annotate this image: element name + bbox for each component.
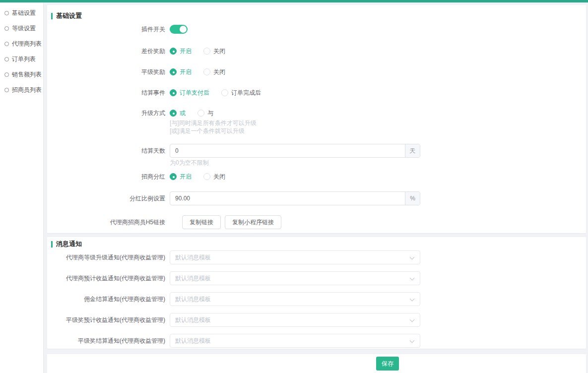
chevron-down-icon [410, 338, 415, 343]
copy-miniprogram-link-button[interactable]: 复制小程序链接 [225, 215, 281, 229]
radio-icon [170, 173, 177, 180]
field-label: 平级奖结算通知(代理商收益管理) [47, 337, 165, 345]
field-settle-days: 结算天数 天 [47, 144, 586, 158]
field-label: 分红比例设置 [47, 194, 165, 203]
circle-icon [4, 11, 9, 15]
section-title-text: 基础设置 [56, 11, 82, 20]
section-title-text: 消息通知 [56, 240, 82, 249]
radio-dividend-off[interactable]: 关闭 [203, 173, 225, 181]
sidebar-item-label: 基础设置 [12, 9, 36, 17]
field-notice-commission-settle: 佣金结算通知(代理商收益管理) 默认消息模板 [47, 292, 586, 306]
top-accent-bar [0, 0, 588, 2]
select-placeholder: 默认消息模板 [175, 274, 211, 283]
field-label: 差价奖励 [47, 47, 165, 56]
radio-icon [170, 89, 177, 96]
radio-icon [170, 68, 177, 75]
field-label: 代理商等级升级通知(代理商收益管理) [47, 253, 165, 262]
radio-label: 开启 [180, 47, 192, 56]
radio-label: 订单支付后 [180, 89, 209, 97]
upgrade-mode-help: [与]同时满足所有条件才可以升级 [或]满足一个条件就可以升级 [170, 119, 586, 135]
field-dividend-ratio: 分红比例设置 % [47, 191, 586, 205]
radio-icon [203, 48, 210, 55]
sidebar-item-order-list[interactable]: 订单列表 [0, 52, 43, 67]
chevron-down-icon [410, 297, 415, 302]
radio-label: 关闭 [213, 68, 225, 76]
sidebar-item-basic-settings[interactable]: 基础设置 [0, 5, 43, 21]
field-label: 平级奖励 [47, 68, 165, 76]
sidebar-item-agent-list[interactable]: 代理商列表 [0, 36, 43, 52]
radio-label: 开启 [180, 173, 192, 181]
help-text: [或]满足一个条件就可以升级 [170, 127, 586, 135]
percent-suffix: % [405, 192, 420, 205]
notice-commission-settle-select[interactable]: 默认消息模板 [170, 292, 420, 306]
field-peer-reward: 平级奖励 开启 关闭 [47, 68, 586, 75]
field-label: 结算事件 [47, 89, 165, 97]
select-placeholder: 默认消息模板 [175, 316, 211, 324]
save-button[interactable]: 保存 [376, 357, 399, 371]
radio-dividend-on[interactable]: 开启 [170, 173, 192, 181]
basic-settings-panel: 基础设置 插件开关 差价奖励 开启 关闭 平级奖励 [47, 5, 586, 233]
radio-label: 订单完成后 [231, 89, 261, 97]
field-label: 升级方式 [47, 109, 165, 118]
field-notice-peer-settle: 平级奖结算通知(代理商收益管理) 默认消息模板 [47, 334, 586, 348]
radio-upgrade-or[interactable]: 或 [170, 109, 186, 118]
radio-settle-after-pay[interactable]: 订单支付后 [170, 89, 209, 97]
radio-diff-reward-off[interactable]: 关闭 [203, 47, 225, 56]
help-text: [与]同时满足所有条件才可以升级 [170, 119, 586, 127]
settle-days-help: 为0为空不限制 [170, 160, 586, 166]
circle-icon [4, 57, 9, 62]
radio-label: 或 [180, 109, 186, 118]
circle-icon [4, 72, 9, 77]
field-label: 招商分红 [47, 173, 165, 181]
sidebar-item-label: 代理商列表 [12, 40, 42, 48]
select-placeholder: 默认消息模板 [175, 253, 211, 262]
sidebar-item-level-settings[interactable]: 等级设置 [0, 21, 43, 36]
field-plugin-switch: 插件开关 [47, 25, 586, 34]
radio-icon [221, 89, 228, 96]
field-label: 结算天数 [47, 147, 165, 155]
field-label: 佣金结算通知(代理商收益管理) [47, 295, 165, 304]
field-recruit-dividend: 招商分红 开启 关闭 [47, 173, 586, 180]
sidebar: 基础设置 等级设置 代理商列表 订单列表 销售额列表 招商员列表 [0, 2, 44, 373]
radio-peer-reward-on[interactable]: 开启 [170, 68, 192, 76]
sidebar-item-recruiter-list[interactable]: 招商员列表 [0, 82, 43, 98]
radio-peer-reward-off[interactable]: 关闭 [203, 68, 225, 76]
radio-upgrade-and[interactable]: 与 [197, 109, 213, 118]
message-notice-panel: 消息通知 代理商等级升级通知(代理商收益管理) 默认消息模板 代理商预计收益通知… [47, 237, 586, 349]
field-label: 插件开关 [47, 25, 165, 34]
radio-label: 关闭 [213, 173, 225, 181]
chevron-down-icon [410, 276, 415, 281]
dividend-ratio-input-wrap: % [170, 191, 420, 205]
dividend-ratio-input[interactable] [170, 192, 405, 205]
field-notice-expected-income: 代理商预计收益通知(代理商收益管理) 默认消息模板 [47, 271, 586, 285]
field-notice-peer-expected: 平级奖预计收益通知(代理商收益管理) 默认消息模板 [47, 313, 586, 327]
radio-settle-after-complete[interactable]: 订单完成后 [221, 89, 261, 97]
notice-level-upgrade-select[interactable]: 默认消息模板 [170, 250, 420, 264]
circle-icon [4, 88, 9, 92]
notice-peer-settle-select[interactable]: 默认消息模板 [170, 334, 420, 348]
radio-label: 开启 [180, 68, 192, 76]
radio-label: 关闭 [213, 47, 225, 56]
select-placeholder: 默认消息模板 [175, 295, 211, 304]
sidebar-item-sales-list[interactable]: 销售额列表 [0, 67, 43, 82]
notice-peer-expected-select[interactable]: 默认消息模板 [170, 313, 420, 327]
copy-link-button[interactable]: 复制链接 [182, 215, 221, 229]
sidebar-item-label: 销售额列表 [12, 70, 42, 79]
toggle-knob-icon [180, 26, 187, 33]
settle-days-input[interactable] [170, 144, 405, 157]
radio-diff-reward-on[interactable]: 开启 [170, 47, 192, 56]
settle-days-input-wrap: 天 [170, 144, 420, 158]
radio-icon [197, 110, 204, 117]
chevron-down-icon [410, 317, 415, 322]
field-label: 平级奖预计收益通知(代理商收益管理) [47, 316, 165, 324]
section-accent-bar [51, 241, 53, 248]
plugin-toggle-switch[interactable] [170, 25, 188, 34]
notice-expected-income-select[interactable]: 默认消息模板 [170, 271, 420, 285]
radio-icon [170, 48, 177, 55]
section-accent-bar [51, 13, 53, 19]
field-label: 代理商招商员H5链接 [47, 218, 165, 227]
sidebar-item-label: 等级设置 [12, 24, 36, 33]
radio-icon [170, 110, 177, 117]
section-title-basic: 基础设置 [47, 11, 586, 21]
sidebar-item-label: 招商员列表 [12, 86, 42, 94]
